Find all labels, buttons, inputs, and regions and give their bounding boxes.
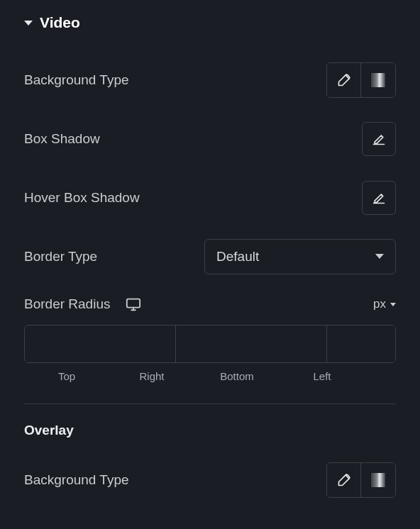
radius-top-input[interactable] [25,325,176,362]
hover-box-shadow-edit-button[interactable] [362,181,396,215]
pencil-icon [372,132,386,146]
row-border-radius-header: Border Radius px [24,296,396,312]
chevron-down-icon [375,254,384,259]
brush-icon [337,473,351,487]
svg-rect-0 [127,299,140,308]
background-type-label: Background Type [24,72,129,88]
section-title: Video [40,14,80,31]
section-header-video[interactable]: Video [24,14,396,31]
border-type-label: Border Type [24,249,97,264]
row-border-type: Border Type Default [24,238,396,275]
pencil-icon [372,191,386,205]
radius-label-right: Right [109,370,194,382]
background-gradient-button[interactable] [361,63,395,97]
overlay-background-gradient-button[interactable] [361,463,395,497]
border-radius-label: Border Radius [24,296,110,312]
desktop-icon [126,296,141,312]
unit-value: px [373,297,386,311]
radius-label-bottom: Bottom [194,370,280,382]
border-radius-inputs [24,325,396,363]
caret-down-icon [24,21,33,26]
box-shadow-edit-button[interactable] [362,122,396,156]
background-type-switcher [326,62,396,98]
border-type-select[interactable]: Default [204,239,396,274]
chevron-down-icon [390,303,396,306]
overlay-background-type-switcher [326,462,396,498]
border-radius-sublabels: Top Right Bottom Left [24,370,396,382]
divider [24,403,396,404]
background-classic-button[interactable] [327,63,361,97]
brush-icon [337,73,351,87]
row-box-shadow: Box Shadow [24,120,396,157]
row-background-type: Background Type [24,61,396,99]
gradient-icon [371,473,385,487]
gradient-icon [371,73,385,87]
radius-bottom-input[interactable] [327,325,396,362]
radius-right-input[interactable] [176,325,327,362]
hover-box-shadow-label: Hover Box Shadow [24,190,140,206]
radius-label-left: Left [280,370,365,382]
row-hover-box-shadow: Hover Box Shadow [24,179,396,216]
row-overlay-background-type: Background Type [24,461,396,499]
overlay-background-classic-button[interactable] [327,463,361,497]
box-shadow-label: Box Shadow [24,131,100,147]
responsive-desktop-button[interactable] [126,296,141,312]
unit-switcher[interactable]: px [373,297,396,311]
radius-label-top: Top [24,370,109,382]
overlay-background-type-label: Background Type [24,472,129,488]
subsection-title-overlay: Overlay [24,423,396,438]
border-type-value: Default [216,249,259,264]
